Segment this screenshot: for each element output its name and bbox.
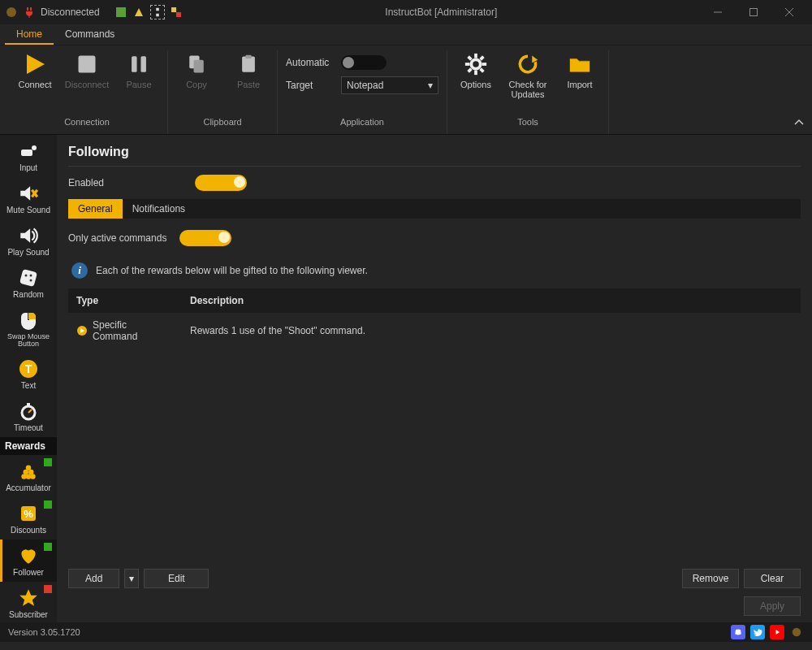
copy-button: Copy [176, 50, 217, 89]
svg-rect-17 [242, 56, 255, 72]
connection-status: Disconnected [41, 6, 100, 18]
status-bar: Version 3.05.1720 [0, 622, 812, 642]
apply-button: Apply [744, 596, 801, 616]
paste-button: Paste [228, 50, 269, 89]
only-active-toggle[interactable] [179, 230, 231, 246]
side-item-follower[interactable]: Follower [0, 540, 57, 582]
side-item-timeout[interactable]: Timeout [0, 395, 57, 437]
svg-rect-13 [132, 56, 137, 72]
status-dot-icon [44, 543, 52, 551]
tb-tool-3-icon[interactable] [150, 5, 165, 20]
close-button[interactable] [771, 0, 807, 24]
import-button[interactable]: Import [559, 50, 600, 89]
side-item-text[interactable]: T Text [0, 353, 57, 395]
svg-marker-53 [19, 589, 37, 606]
refresh-icon [514, 50, 542, 78]
status-dot-icon [44, 500, 52, 509]
automatic-toggle[interactable] [341, 55, 387, 70]
disconnect-button: Disconnect [67, 50, 107, 89]
side-item-subscriber[interactable]: Subscriber [0, 582, 57, 622]
youtube-icon[interactable] [770, 625, 784, 639]
accumulator-icon [17, 460, 40, 483]
discount-icon: % [17, 502, 40, 525]
svg-rect-18 [246, 55, 252, 58]
svg-point-0 [6, 7, 16, 17]
row-description: Rewards 1 use of the "Shoot" command. [182, 313, 801, 349]
check-updates-button[interactable]: Check for Updates [508, 50, 548, 99]
twitter-icon[interactable] [750, 625, 765, 639]
side-item-accumulator[interactable]: Accumulator [0, 455, 57, 497]
add-dropdown-button[interactable]: ▾ [124, 569, 139, 588]
svg-point-19 [471, 59, 480, 68]
svg-point-49 [28, 470, 34, 475]
only-active-label: Only active commands [68, 232, 166, 244]
svg-point-48 [24, 470, 29, 475]
version-label: Version 3.05.1720 [8, 627, 80, 637]
svg-point-30 [32, 145, 37, 150]
mouse-icon [17, 309, 40, 332]
ribbon-collapse-button[interactable] [794, 117, 804, 129]
play-icon [21, 50, 49, 78]
side-item-random[interactable]: Random [0, 262, 57, 304]
svg-marker-55 [776, 630, 780, 635]
tb-tool-1-icon[interactable] [114, 6, 127, 19]
svg-rect-35 [19, 269, 37, 287]
tb-tool-2-icon[interactable] [132, 6, 145, 19]
svg-rect-29 [21, 150, 32, 156]
options-button[interactable]: Options [456, 50, 496, 89]
tab-general[interactable]: General [68, 199, 123, 219]
status-app-icon[interactable] [789, 625, 804, 639]
rewards-table: Type Description Specific Command Rewar [68, 288, 801, 349]
content-buttons: Add ▾ Edit Remove Clear [68, 561, 801, 596]
add-button[interactable]: Add [68, 569, 119, 588]
svg-marker-34 [20, 228, 30, 242]
pause-icon [125, 50, 153, 78]
svg-rect-12 [79, 56, 96, 73]
title-bar: Disconnected InstructBot [Administrator] [0, 0, 812, 24]
chevron-down-icon: ▾ [428, 80, 433, 91]
input-icon [17, 140, 40, 162]
svg-marker-31 [20, 186, 30, 200]
discord-icon[interactable] [731, 625, 745, 639]
svg-marker-2 [135, 8, 143, 16]
svg-rect-43 [27, 403, 30, 405]
side-item-play-sound[interactable]: Play Sound [0, 219, 57, 262]
menu-commands[interactable]: Commands [54, 24, 126, 45]
side-item-mute-sound[interactable]: Mute Sound [0, 177, 57, 219]
menu-home[interactable]: Home [5, 24, 54, 45]
dice-icon [17, 266, 40, 289]
svg-marker-28 [532, 56, 538, 63]
svg-line-25 [481, 69, 484, 72]
text-icon: T [17, 358, 40, 380]
subtabs: General Notifications [68, 199, 801, 219]
connect-button[interactable]: Connect [15, 50, 55, 89]
minimize-button[interactable] [700, 0, 736, 24]
edit-button[interactable]: Edit [144, 569, 209, 588]
folder-icon [566, 50, 594, 78]
group-label-clipboard: Clipboard [203, 117, 241, 127]
clear-button[interactable]: Clear [744, 569, 801, 588]
automatic-label: Automatic [286, 57, 335, 68]
side-item-discounts[interactable]: % Discounts [0, 497, 57, 540]
stop-icon [73, 50, 101, 78]
window-controls [700, 0, 807, 24]
table-row[interactable]: Specific Command Rewards 1 use of the "S… [68, 313, 801, 349]
info-text: Each of the rewards below will be gifted… [96, 265, 368, 276]
pause-button: Pause [119, 50, 159, 89]
svg-point-50 [26, 465, 32, 470]
target-combo[interactable]: Notepad ▾ [341, 76, 438, 94]
tab-notifications[interactable]: Notifications [123, 199, 195, 219]
group-label-connection: Connection [64, 117, 110, 127]
side-item-input[interactable]: Input [0, 135, 57, 177]
ribbon-group-connection: Connect Disconnect Pause Connection [6, 50, 168, 134]
svg-point-38 [30, 275, 32, 277]
tb-tool-4-icon[interactable] [170, 6, 183, 19]
maximize-button[interactable] [736, 0, 771, 24]
app-icon [5, 6, 18, 19]
svg-rect-8 [750, 9, 758, 16]
side-item-swap-mouse[interactable]: Swap Mouse Button [0, 304, 57, 353]
star-icon [17, 587, 40, 609]
remove-button[interactable]: Remove [682, 569, 739, 588]
enabled-toggle[interactable] [195, 175, 247, 191]
target-label: Target [286, 80, 335, 91]
